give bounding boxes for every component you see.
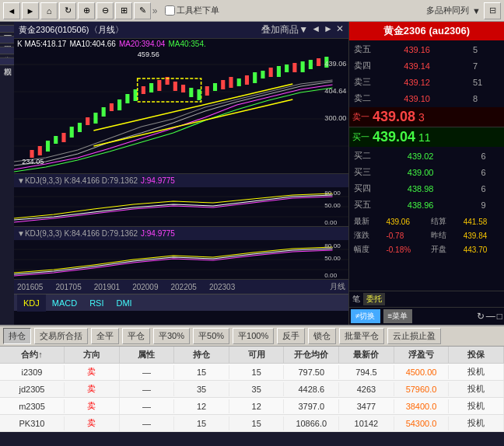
switch-button[interactable]: ≠切换 xyxy=(351,309,380,323)
layout-btn[interactable]: ⊟ xyxy=(484,2,501,19)
settlement-label: 结算 xyxy=(428,215,458,228)
home-btn[interactable]: ⌂ xyxy=(40,2,58,19)
svg-rect-5 xyxy=(38,146,42,155)
tab-exchange[interactable]: 交易所合括 xyxy=(34,328,88,344)
row2-contract[interactable]: jd2305 xyxy=(0,382,65,396)
expert-btn[interactable]: 专家模板 xyxy=(0,47,15,54)
buy-one-label: 买一 xyxy=(352,131,369,143)
stat-row-3: 幅度 -0.18% 开盘 443.70 xyxy=(351,243,502,256)
table-row: PK310 卖 — 15 15 10866.0 10142 54300.0 投机 xyxy=(0,415,504,432)
sell-one-label: 卖一 xyxy=(352,111,369,123)
forward-btn[interactable]: ► xyxy=(22,2,39,19)
ask-qty-5: 5 xyxy=(470,42,502,57)
trading-panel: 持仓 交易所合括 全平 平仓 平30% 平50% 平100% 反手 锁仓 批量平… xyxy=(0,325,504,432)
tab-reverse[interactable]: 反手 xyxy=(277,328,305,344)
bid-price-2[interactable]: 439.02 xyxy=(404,148,477,163)
col-position[interactable]: 持仓 xyxy=(174,347,229,363)
ask-price-4[interactable]: 439.14 xyxy=(401,58,468,73)
ask-price-2[interactable]: 439.10 xyxy=(401,91,468,106)
ask-price-3[interactable]: 439.12 xyxy=(401,75,468,89)
tab-close-50[interactable]: 平50% xyxy=(193,328,229,344)
tab-close-100[interactable]: 平100% xyxy=(233,328,274,344)
ask-price-5[interactable]: 439.16 xyxy=(401,42,468,57)
tab-dmi[interactable]: DMI xyxy=(110,294,138,312)
kdj-header-1: ▼ KDJ(9,3,3) K:84.4166 D:79.1362 J:94.97… xyxy=(14,173,348,187)
chart-title: 黄金2306(010506)〈月线〉 xyxy=(19,24,124,36)
date-3: 201901 xyxy=(94,283,120,291)
sell-one-row[interactable]: 卖一 439.08 3 xyxy=(349,107,504,127)
tab-batch-close[interactable]: 批量平仓 xyxy=(339,328,384,344)
tab-cloud-stop[interactable]: 云止损止盈 xyxy=(387,328,441,344)
svg-rect-36 xyxy=(261,71,264,78)
bid-price-4[interactable]: 438.98 xyxy=(404,181,477,196)
row3-type: 投机 xyxy=(449,398,504,414)
order-label[interactable]: 委托 xyxy=(363,293,385,305)
kdj-label-2: ▼ xyxy=(17,229,25,238)
toolbar-checkbox[interactable]: 工具栏下单 xyxy=(165,5,219,16)
kdj-canvas-1[interactable]: 80.00 50.00 0.00 xyxy=(14,187,348,226)
col-contract[interactable]: 合约↑ xyxy=(0,347,65,363)
svg-rect-14 xyxy=(110,103,114,111)
right-panel: 黄金2306 (au2306) 卖五 439.16 5 卖四 439.14 7 … xyxy=(348,22,504,325)
svg-rect-34 xyxy=(245,75,249,85)
tab-rsi[interactable]: RSI xyxy=(83,294,110,312)
my-page-btn[interactable]: 我的页面 xyxy=(0,25,15,33)
add-commodity-btn[interactable]: 叠加商品▼ xyxy=(261,23,308,37)
col-avg-price[interactable]: 开仓均价 xyxy=(284,347,339,363)
row3-contract[interactable]: m2305 xyxy=(0,399,65,413)
tab-close-all[interactable]: 全平 xyxy=(91,328,119,344)
margin-btn[interactable]: 期权 xyxy=(0,57,15,65)
maximize-icon[interactable]: □ xyxy=(497,311,502,322)
sep1: » xyxy=(152,2,157,19)
bid-row-5: 买五 438.96 9 xyxy=(351,197,502,212)
kdj-header-2: ▼ KDJ(9,3,3) K:84.4166 D:79.1362 J:94.97… xyxy=(14,226,348,240)
tab-close-30[interactable]: 平30% xyxy=(153,328,190,344)
prev-chart-icon[interactable]: ◄ xyxy=(311,23,320,37)
tab-kdj[interactable]: KDJ xyxy=(17,294,46,312)
ask-qty-2: 8 xyxy=(470,91,502,106)
bid-level-5: 买五 xyxy=(351,197,403,212)
kdj-svg-2: 80.00 50.00 0.00 xyxy=(14,240,348,279)
refresh-btn[interactable]: ↻ xyxy=(59,2,76,19)
col-direction[interactable]: 方向 xyxy=(65,347,120,363)
tab-macd[interactable]: MACD xyxy=(46,294,83,312)
period-label: 月线 xyxy=(330,281,345,292)
draw-btn[interactable]: ✎ xyxy=(134,2,151,19)
tab-close[interactable]: 平仓 xyxy=(122,328,150,344)
date-2: 201705 xyxy=(55,283,81,291)
row4-contract[interactable]: PK310 xyxy=(0,416,65,430)
row2-avg-price: 4428.6 xyxy=(284,382,339,396)
row1-direction: 卖 xyxy=(65,364,120,380)
col-property[interactable]: 属性 xyxy=(120,347,175,363)
resize-btn[interactable]: ⊞ xyxy=(115,2,132,19)
col-available[interactable]: 可用 xyxy=(229,347,285,363)
svg-rect-29 xyxy=(205,86,209,96)
minimize-icon[interactable]: — xyxy=(486,311,495,322)
row1-contract[interactable]: i2309 xyxy=(0,365,65,379)
bid-price-5[interactable]: 438.96 xyxy=(404,197,477,212)
menu-button[interactable]: ≡菜单 xyxy=(383,309,413,323)
row1-position: 15 xyxy=(174,365,229,379)
zoom-in-btn[interactable]: ⊕ xyxy=(78,2,95,19)
national-futures-btn[interactable]: 国内期货 xyxy=(0,36,15,44)
close-chart-icon[interactable]: ✕ xyxy=(336,23,344,37)
table-row: jd2305 卖 — 35 35 4428.6 4263 57960.0 投机 xyxy=(0,381,504,398)
next-chart-icon[interactable]: ► xyxy=(324,23,333,37)
ask-table: 卖五 439.16 5 卖四 439.14 7 卖三 439.12 51 卖二 … xyxy=(349,40,504,107)
buy-one-row[interactable]: 买一 439.04 11 xyxy=(349,127,504,147)
col-float-pnl[interactable]: 浮盈亏 xyxy=(394,347,450,363)
zoom-out-btn[interactable]: ⊖ xyxy=(96,2,114,19)
row3-latest: 3477 xyxy=(339,399,394,413)
back-btn[interactable]: ◄ xyxy=(3,2,20,19)
tab-positions[interactable]: 持仓 xyxy=(3,328,31,344)
refresh-icon[interactable]: ↻ xyxy=(477,311,485,322)
col-latest[interactable]: 最新价 xyxy=(339,347,394,363)
ask-level-5: 卖五 xyxy=(351,42,399,57)
bid-price-3[interactable]: 439.00 xyxy=(404,165,477,179)
col-type[interactable]: 投保 xyxy=(449,347,504,363)
kdj-canvas-2[interactable]: 80.00 50.00 0.00 xyxy=(14,240,348,279)
main-chart-canvas[interactable]: 439.06 404.64 300.00 459.56 234.05 xyxy=(14,49,348,173)
row1-float-pnl: 4500.00 xyxy=(394,365,450,379)
tab-lock[interactable]: 锁仓 xyxy=(308,328,336,344)
toolbar-checkbox-input[interactable] xyxy=(165,5,175,16)
